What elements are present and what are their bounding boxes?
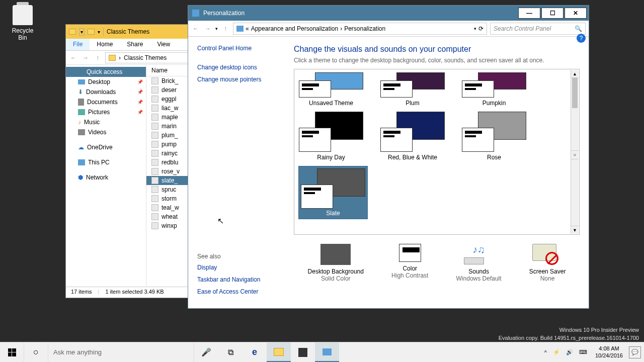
tray-battery-icon[interactable]: ⚡: [551, 349, 562, 355]
setting-screen-saver[interactable]: Screen Saver None: [529, 244, 566, 282]
control-panel-icon: [192, 10, 199, 17]
theme-item[interactable]: Plum: [380, 72, 445, 107]
taskbar-app-store[interactable]: [291, 342, 315, 362]
file-icon: [151, 123, 158, 130]
tab-home[interactable]: Home: [90, 39, 120, 50]
search-input[interactable]: Search Control Panel 🔍: [490, 23, 586, 35]
folder-icon: [88, 29, 95, 35]
sidebar-music[interactable]: ♪Music: [66, 117, 146, 127]
folder-icon: [109, 55, 116, 61]
file-icon: [151, 150, 158, 157]
theme-item[interactable]: Slate: [298, 166, 368, 219]
search-icon: 🔍: [575, 25, 582, 32]
cortana-icon[interactable]: ○: [24, 342, 48, 362]
link-control-panel-home[interactable]: Control Panel Home: [197, 45, 285, 52]
pin-icon: 📌: [137, 110, 143, 115]
sidebar-this-pc[interactable]: This PC: [66, 157, 146, 167]
taskbar-app-edge[interactable]: e: [243, 342, 267, 362]
sidebar-videos[interactable]: Videos: [66, 127, 146, 137]
file-icon: [151, 96, 158, 103]
file-icon: [151, 222, 158, 229]
file-icon: [151, 77, 158, 84]
file-icon: [151, 86, 158, 94]
taskbar-app-explorer[interactable]: [267, 342, 291, 362]
link-display[interactable]: Display: [197, 264, 260, 271]
sidebar-onedrive[interactable]: ☁OneDrive: [66, 142, 146, 152]
see-also-heading: See also: [197, 253, 260, 260]
sidebar-downloads[interactable]: ⬇Downloads📌: [66, 87, 146, 97]
recycle-bin-icon: [13, 5, 33, 25]
sidebar-pictures[interactable]: Pictures📌: [66, 107, 146, 117]
scrollbar-thumb[interactable]: [572, 78, 578, 108]
system-tray: ^ ⚡ 🔊 ⌨ 4:08 AM 10/24/2016 💬: [539, 342, 644, 362]
pin-icon: 📌: [137, 89, 143, 95]
sidebar-quick-access[interactable]: ★Quick access: [66, 67, 146, 77]
sidebar-desktop[interactable]: Desktop📌: [66, 77, 146, 87]
theme-item[interactable]: Rose: [461, 112, 527, 161]
start-button[interactable]: [0, 342, 24, 362]
window-title: Personalization: [203, 10, 245, 17]
pin-icon: 📌: [137, 79, 143, 84]
color-icon: [399, 244, 421, 262]
taskbar-app-control-panel[interactable]: [315, 342, 339, 362]
windows-logo-icon: [8, 348, 16, 356]
nav-forward-icon[interactable]: →: [81, 54, 90, 61]
tab-file[interactable]: File: [66, 39, 90, 50]
nav-forward-icon[interactable]: →: [203, 25, 212, 32]
file-icon: [151, 177, 158, 184]
setting-desktop-background[interactable]: Desktop Background Solid Color: [308, 244, 364, 282]
recycle-bin-label: Recycle Bin: [8, 27, 38, 41]
pin-icon: 📌: [137, 100, 143, 105]
scrollbar[interactable]: ▲ ≡ ▼: [571, 70, 579, 234]
theme-item[interactable]: Rainy Day: [298, 112, 364, 161]
close-button[interactable]: ✕: [565, 8, 587, 19]
file-icon: [151, 213, 158, 220]
tray-chevron-icon[interactable]: ^: [542, 349, 549, 355]
recycle-bin[interactable]: Recycle Bin: [8, 5, 38, 41]
breadcrumb[interactable]: « Appearance and Personalization › Perso…: [233, 23, 487, 35]
microphone-icon[interactable]: 🎤: [194, 342, 218, 362]
tray-keyboard-icon[interactable]: ⌨: [577, 349, 589, 355]
scroll-down-icon[interactable]: ▼: [571, 226, 579, 234]
setting-color[interactable]: Color High Contrast: [391, 244, 428, 282]
page-subtitle: Click a theme to change the desktop back…: [294, 57, 580, 64]
theme-item[interactable]: Unsaved Theme: [298, 72, 364, 107]
search-input[interactable]: Ask me anything: [48, 342, 194, 362]
theme-item[interactable]: Pumpkin: [461, 72, 527, 107]
folder-icon: [69, 29, 76, 35]
setting-sounds[interactable]: ♪♫ Sounds Windows Default: [456, 244, 502, 282]
personalization-titlebar[interactable]: Personalization — ☐ ✕: [188, 6, 589, 21]
sounds-icon: ♪♫: [464, 244, 494, 265]
page-title: Change the visuals and sounds on your co…: [294, 45, 580, 54]
nav-up-icon[interactable]: ↑: [93, 54, 102, 61]
nav-up-icon[interactable]: ↑: [221, 25, 230, 32]
maximize-button[interactable]: ☐: [541, 8, 564, 19]
notification-center-icon[interactable]: 💬: [629, 346, 641, 358]
theme-grid: Unsaved ThemePlumPumpkin Rainy DayRed, B…: [294, 69, 580, 235]
nav-back-icon[interactable]: ←: [69, 54, 78, 61]
link-change-mouse-pointers[interactable]: Change mouse pointers: [197, 76, 285, 83]
scroll-up-icon[interactable]: ▲: [571, 70, 579, 78]
file-icon: [151, 204, 158, 211]
help-icon[interactable]: ?: [577, 34, 586, 43]
nav-back-icon[interactable]: ←: [191, 25, 200, 32]
task-view-icon[interactable]: ⧉: [218, 342, 243, 362]
sidebar-documents[interactable]: Documents📌: [66, 97, 146, 107]
link-ease-of-access[interactable]: Ease of Access Center: [197, 288, 260, 295]
tab-share[interactable]: Share: [120, 39, 150, 50]
explorer-title-text: Classic Themes: [107, 28, 149, 35]
file-icon: [151, 168, 158, 175]
refresh-icon[interactable]: ⟳: [478, 25, 484, 32]
personalization-window: Personalization — ☐ ✕ ← → ▾ ↑ « Appearan…: [188, 5, 589, 309]
link-change-desktop-icons[interactable]: Change desktop icons: [197, 64, 285, 71]
explorer-sidebar: ★Quick access Desktop📌 ⬇Downloads📌 Docum…: [66, 65, 146, 287]
link-taskbar-navigation[interactable]: Taskbar and Navigation: [197, 276, 260, 283]
file-icon: [151, 195, 158, 202]
taskbar: ○ Ask me anything 🎤 ⧉ e ^ ⚡ 🔊 ⌨ 4:08 AM …: [0, 342, 644, 362]
theme-item[interactable]: Red, Blue & White: [380, 112, 445, 161]
minimize-button[interactable]: —: [518, 8, 540, 19]
taskbar-clock[interactable]: 4:08 AM 10/24/2016: [591, 345, 627, 358]
tab-view[interactable]: View: [150, 39, 177, 50]
sidebar-network[interactable]: ⬢Network: [66, 172, 146, 183]
tray-volume-icon[interactable]: 🔊: [564, 349, 575, 355]
